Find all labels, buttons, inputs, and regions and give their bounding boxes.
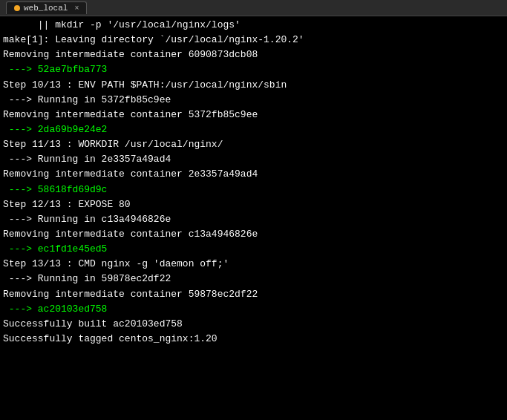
tab-dot <box>14 5 20 11</box>
terminal-line: Step 13/13 : CMD nginx -g 'daemon off;' <box>0 257 507 272</box>
terminal-line: Successfully built ac20103ed758 <box>0 317 507 332</box>
terminal-line: Step 11/13 : WORKDIR /usr/local/nginx/ <box>0 137 507 152</box>
terminal-line: Removing intermediate container 59878ec2… <box>0 287 507 302</box>
terminal-line: Removing intermediate container 2e3357a4… <box>0 167 507 182</box>
terminal-line: Removing intermediate container 5372fb85… <box>0 108 507 122</box>
terminal-line: ---> ec1fd1e45ed5 <box>0 242 507 257</box>
terminal-line: ---> Running in 59878ec2df22 <box>0 272 507 286</box>
terminal-line: Successfully tagged centos_nginx:1.20 <box>0 332 507 347</box>
terminal-line: Step 12/13 : EXPOSE 80 <box>0 197 507 212</box>
terminal-output: || mkdir -p '/usr/local/nginx/logs'make[… <box>0 16 507 420</box>
terminal-line: make[1]: Leaving directory `/usr/local/n… <box>0 33 507 47</box>
terminal-line: ---> ac20103ed758 <box>0 302 507 317</box>
terminal-line: Removing intermediate container 6090873d… <box>0 47 507 62</box>
tab-close-button[interactable]: × <box>74 4 79 13</box>
tab-web-local[interactable]: web_local × <box>6 1 87 14</box>
title-bar: web_local × <box>0 0 507 16</box>
terminal-line: ---> 2da69b9e24e2 <box>0 122 507 137</box>
terminal-line: || mkdir -p '/usr/local/nginx/logs' <box>0 18 507 33</box>
terminal-line: ---> Running in c13a4946826e <box>0 212 507 227</box>
terminal-line: Step 10/13 : ENV PATH $PATH:/usr/local/n… <box>0 78 507 93</box>
terminal-line: Removing intermediate container c13a4946… <box>0 227 507 242</box>
terminal-line: ---> 52ae7bfba773 <box>0 62 507 77</box>
terminal-line: ---> 58618fd69d9c <box>0 183 507 197</box>
terminal-line: ---> Running in 2e3357a49ad4 <box>0 152 507 167</box>
terminal-line: ---> Running in 5372fb85c9ee <box>0 93 507 108</box>
tab-label: web_local <box>24 4 68 13</box>
